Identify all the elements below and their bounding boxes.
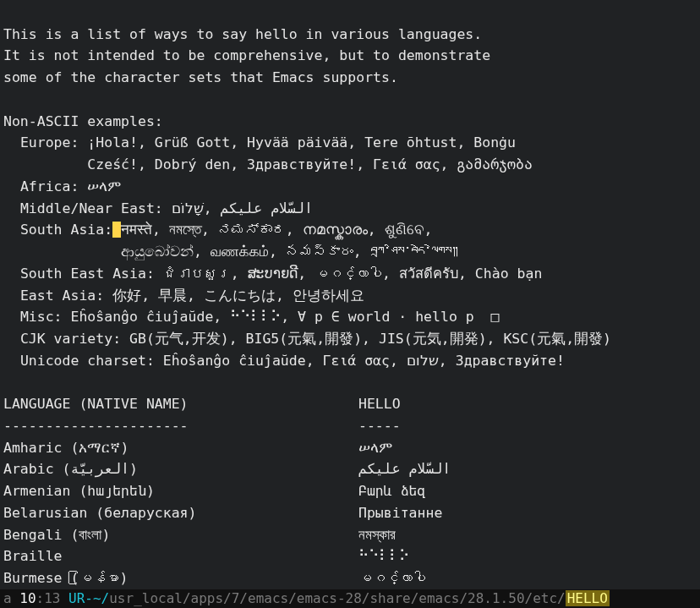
text-cursor[interactable] [112, 222, 121, 238]
table-rule: --------------------------- [3, 415, 697, 437]
cjk-label: CJK variety: [3, 331, 129, 347]
hello-cell: নমস্কার [358, 524, 697, 546]
misc-label: Misc: [3, 309, 70, 325]
lang-cell: Burmese (မြန်မာ) [3, 567, 358, 589]
lang-cell: Belarusian (беларуская) [3, 502, 358, 524]
lang-cell: Arabic (العربيّة) [3, 458, 358, 480]
europe-label: Europe: [3, 134, 87, 151]
misc-text: Eĥoŝanĝo ĉiuĵaŭde, ⠓⠑⠇⠇⠕, ∀ p ∈ world · … [70, 309, 499, 325]
table-row: Bengali (বাংলা)নমস্কার [3, 524, 697, 546]
unicode-label: Unicode charset: [3, 353, 163, 369]
clock-hours: 10 [19, 590, 36, 606]
europe-text-2: Cześć!, Dobrý den, Здравствуйте!, Γειά σ… [3, 156, 533, 173]
table-row: Amharic (አማርኛ)ሠላም [3, 437, 697, 459]
col-header-hello: HELLO [358, 393, 697, 415]
hello-cell: မင်္ဂလာပါ [358, 567, 697, 589]
col-header-language: LANGUAGE (NATIVE NAME) [3, 393, 358, 415]
file-name: HELLO [566, 590, 610, 606]
col-rule-right: ----- [358, 415, 697, 437]
lang-cell: Armenian (հայերեն) [3, 480, 358, 502]
lang-cell: Braille [3, 545, 358, 567]
file-path: usr_local/apps/7/emacs/emacs-28/share/em… [109, 590, 565, 606]
status-a: a [3, 590, 19, 606]
col-rule-left: ---------------------- [3, 415, 358, 437]
middle-east-label: Middle/Near East: [3, 200, 172, 216]
mode-indicator: UR- [68, 590, 93, 606]
lang-cell: Bengali (বাংলা) [3, 524, 358, 546]
sea-text: ជំរាបសួរ, ສະບາຍດີ, မင်္ဂလာပါ, สวัสดีครับ… [163, 266, 543, 282]
section-header: Non-ASCII examples: [3, 113, 163, 129]
table-header: LANGUAGE (NATIVE NAME)HELLO [3, 393, 697, 415]
table-row: Armenian (հայերեն)Բարև ձեզ [3, 480, 697, 502]
lang-cell: Amharic (አማርኛ) [3, 437, 358, 459]
hello-cell: السّلام عليكم [358, 458, 697, 480]
table-row: Burmese (မြန်မာ)မင်္ဂလာပါ [3, 567, 697, 589]
sea-label: South East Asia: [3, 266, 163, 282]
africa-text: ሠላም [87, 178, 121, 194]
hello-cell: Прывітанне [358, 502, 697, 524]
intro-line-1: This is a list of ways to say hello in v… [3, 26, 482, 42]
east-asia-label: East Asia: [3, 288, 112, 304]
table-row: Belarusian (беларуская)Прывітанне [3, 502, 697, 524]
south-asia-text-2: ආයුබෝවන්, வணக்கம், నమస్కారం, བཀྲ་ཤིས་བདེ… [3, 244, 458, 260]
hello-cell: ሠላም [358, 437, 697, 459]
clock-minutes: :13 [36, 590, 69, 606]
south-asia-text-1: नमस्ते, নমস্তে, ನಮಸ್ಕಾರ, നമസ്കാരം, ଶୁଣିବ… [121, 222, 432, 238]
hello-cell: ⠓⠑⠇⠇⠕ [358, 545, 697, 567]
table-row: Arabic (العربيّة)السّلام عليكم [3, 458, 697, 480]
south-asia-label: South Asia: [3, 222, 112, 238]
intro-line-3: some of the character sets that Emacs su… [3, 69, 398, 85]
path-tilde: ~/ [93, 590, 109, 606]
europe-text-1: ¡Hola!, Grüß Gott, Hyvää päivää, Tere õh… [87, 134, 516, 151]
table-row: Braille⠓⠑⠇⠇⠕ [3, 545, 697, 567]
unicode-text: Eĥoŝanĝo ĉiuĵaŭde, Γειά σας, שלום, Здрав… [163, 353, 565, 369]
east-asia-text: 你好, 早晨, こんにちは, 안녕하세요 [112, 288, 364, 304]
mode-line: a 10:13 UR-~/usr_local/apps/7/emacs/emac… [0, 589, 700, 608]
middle-east-text: السّلام عليكم ,שָׁלוֹם [172, 200, 313, 216]
africa-label: Africa: [3, 178, 87, 194]
emacs-buffer: This is a list of ways to say hello in v… [0, 0, 700, 608]
hello-cell: Բարև ձեզ [358, 480, 697, 502]
cjk-text: GB(元气,开发), BIG5(元氣,開發), JIS(元気,開発), KSC(… [129, 331, 611, 347]
intro-line-2: It is not intended to be comprehensive, … [3, 47, 490, 63]
